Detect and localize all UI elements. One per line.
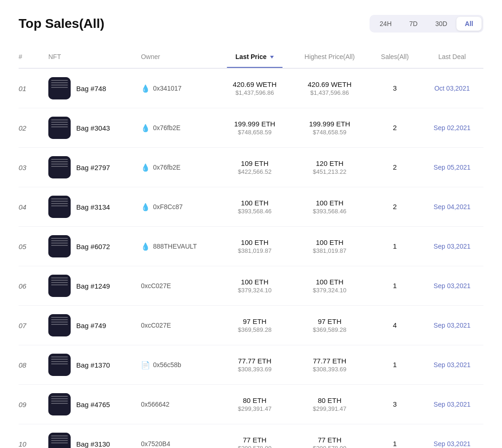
rank-cell: 01: [19, 68, 41, 108]
last-deal-date[interactable]: Sep 03,2021: [434, 361, 470, 369]
sales-cell: 1: [369, 345, 421, 385]
nft-cell[interactable]: Bag #4765: [41, 385, 133, 424]
filter-all-button[interactable]: All: [456, 17, 482, 31]
owner-cell: 💧 0x341017: [133, 68, 219, 108]
owner-icon: 💧: [141, 84, 150, 93]
last-price-sub: $393,568.46: [227, 208, 283, 215]
nft-name: Bag #3134: [76, 203, 110, 211]
last-deal-date[interactable]: Sep 03,2021: [434, 440, 470, 448]
rank-cell: 03: [19, 148, 41, 187]
sales-table: # NFT Owner Last Price Highest Price(All…: [19, 47, 483, 448]
last-price-sub: $1,437,596.86: [227, 89, 283, 96]
sales-count: 3: [393, 400, 396, 408]
last-price-main: 100 ETH: [227, 199, 283, 207]
owner-address[interactable]: 0xcC027E: [141, 322, 171, 329]
filter-24h-button[interactable]: 24H: [371, 17, 400, 31]
owner-address[interactable]: 0x56c58b: [153, 361, 181, 369]
highest-price-sub: $1,437,596.86: [297, 89, 362, 96]
last-price-cell: 97 ETH $369,589.28: [219, 306, 291, 345]
nft-cell[interactable]: Bag #748: [41, 68, 133, 108]
last-price-cell: 77.77 ETH $308,393.69: [219, 345, 291, 385]
col-header-highest-price[interactable]: Highest Price(All): [290, 47, 369, 68]
nft-thumbnail: [48, 117, 71, 139]
highest-price-main: 100 ETH: [297, 278, 362, 286]
owner-cell: 💧 888THEVAULT: [133, 227, 219, 266]
col-header-nft: NFT: [41, 47, 133, 68]
owner-address[interactable]: 0x341017: [153, 85, 182, 92]
owner-address[interactable]: 0xF8Cc87: [153, 203, 183, 211]
highest-price-sub: $299,391.47: [297, 405, 362, 412]
owner-address[interactable]: 0xcC027E: [141, 282, 171, 290]
nft-name: Bag #1249: [76, 282, 110, 290]
filter-30d-button[interactable]: 30D: [427, 17, 456, 31]
nft-cell[interactable]: Bag #3043: [41, 108, 133, 148]
last-price-sub: $381,019.87: [227, 247, 283, 254]
nft-thumbnail: [48, 354, 71, 376]
nft-name: Bag #1370: [76, 361, 110, 369]
col-header-owner: Owner: [133, 47, 219, 68]
last-price-sub: $290,578.99: [227, 445, 283, 448]
owner-cell: 0xcC027E: [133, 266, 219, 306]
col-header-last-price[interactable]: Last Price: [219, 47, 291, 68]
table-row: 04 Bag #3134 💧 0xF8Cc87 100 ETH $393,568…: [19, 187, 483, 227]
nft-thumbnail: [48, 275, 71, 297]
owner-address[interactable]: 888THEVAULT: [153, 243, 197, 250]
rank-cell: 09: [19, 385, 41, 424]
nft-thumbnail: [48, 77, 71, 99]
last-deal-cell: Sep 03,2021: [421, 424, 483, 448]
nft-cell[interactable]: Bag #1249: [41, 266, 133, 306]
last-deal-cell: Sep 05,2021: [421, 148, 483, 187]
nft-cell[interactable]: Bag #3134: [41, 187, 133, 227]
owner-cell: 💧 0x76fb2E: [133, 148, 219, 187]
filter-7d-button[interactable]: 7D: [401, 17, 426, 31]
table-row: 02 Bag #3043 💧 0x76fb2E 199.999 ETH $748…: [19, 108, 483, 148]
owner-address[interactable]: 0x76fb2E: [153, 164, 180, 171]
last-price-sub: $299,391.47: [227, 405, 283, 412]
last-deal-date[interactable]: Sep 03,2021: [434, 322, 470, 329]
nft-cell[interactable]: Bag #3130: [41, 424, 133, 448]
owner-icon: 💧: [141, 163, 150, 172]
last-price-cell: 109 ETH $422,566.52: [219, 148, 291, 187]
owner-address[interactable]: 0x7520B4: [141, 440, 170, 448]
nft-cell[interactable]: Bag #2797: [41, 148, 133, 187]
nft-cell[interactable]: Bag #6072: [41, 227, 133, 266]
nft-name: Bag #748: [76, 85, 106, 92]
last-deal-date[interactable]: Sep 03,2021: [434, 243, 470, 250]
nft-thumbnail: [48, 156, 71, 178]
table-row: 03 Bag #2797 💧 0x76fb2E 109 ETH $422,566…: [19, 148, 483, 187]
col-header-hash: #: [19, 47, 41, 68]
sales-count: 2: [393, 203, 396, 211]
last-price-main: 77 ETH: [227, 436, 283, 444]
nft-cell[interactable]: Bag #1370: [41, 345, 133, 385]
highest-price-sub: $379,324.10: [297, 287, 362, 294]
last-deal-date[interactable]: Sep 03,2021: [434, 401, 470, 408]
owner-icon: 💧: [141, 203, 150, 211]
owner-address[interactable]: 0x76fb2E: [153, 124, 180, 132]
last-price-cell: 77 ETH $290,578.99: [219, 424, 291, 448]
highest-price-cell: 77.77 ETH $308,393.69: [290, 345, 369, 385]
nft-cell[interactable]: Bag #749: [41, 306, 133, 345]
highest-price-cell: 199.999 ETH $748,658.59: [290, 108, 369, 148]
last-price-main: 100 ETH: [227, 278, 283, 286]
sales-count: 1: [393, 361, 396, 369]
last-deal-date[interactable]: Oct 03,2021: [434, 85, 469, 92]
owner-cell: 💧 0xF8Cc87: [133, 187, 219, 227]
nft-name: Bag #2797: [76, 164, 110, 171]
owner-icon: 📄: [141, 361, 150, 369]
nft-thumbnail: [48, 196, 71, 218]
rank-cell: 08: [19, 345, 41, 385]
last-deal-cell: Sep 03,2021: [421, 345, 483, 385]
highest-price-sub: $748,658.59: [297, 129, 362, 136]
owner-address[interactable]: 0x566642: [141, 401, 170, 408]
last-deal-date[interactable]: Sep 05,2021: [434, 164, 470, 171]
table-row: 10 Bag #3130 0x7520B4 77 ETH $290,578.99…: [19, 424, 483, 448]
last-deal-date[interactable]: Sep 04,2021: [434, 203, 470, 211]
col-header-last-deal: Last Deal: [421, 47, 483, 68]
last-deal-cell: Sep 03,2021: [421, 306, 483, 345]
last-price-sub: $748,658.59: [227, 129, 283, 136]
sales-cell: 1: [369, 227, 421, 266]
owner-icon: 💧: [141, 124, 150, 132]
last-price-cell: 199.999 ETH $748,658.59: [219, 108, 291, 148]
last-deal-date[interactable]: Sep 02,2021: [434, 124, 470, 132]
last-deal-date[interactable]: Sep 03,2021: [434, 282, 470, 290]
